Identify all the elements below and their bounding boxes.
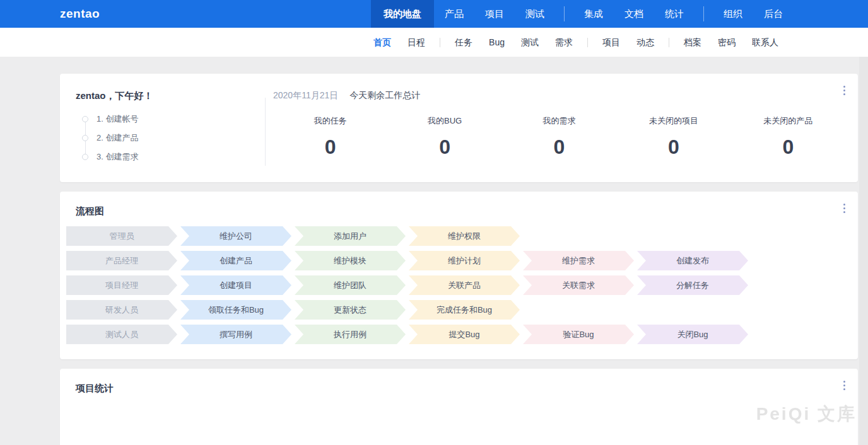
flow-step-更新状态[interactable]: 更新状态 <box>295 300 406 320</box>
subnav-item-日程[interactable]: 日程 <box>399 28 433 57</box>
welcome-card: zentao，下午好！ 1. 创建帐号2. 创建产品3. 创建需求 2020年1… <box>60 74 858 182</box>
flow-row: 项目经理创建项目维护团队关联产品关联需求分解任务 <box>66 275 853 295</box>
flow-step-添加用户[interactable]: 添加用户 <box>295 226 406 246</box>
nav-item-测试[interactable]: 测试 <box>515 0 555 28</box>
stat-value: 0 <box>273 136 387 159</box>
flowchart-card: 流程图 管理员维护公司添加用户维护权限产品经理创建产品维护模块维护计划维护需求创… <box>60 192 858 359</box>
flow-step-领取任务和Bug[interactable]: 领取任务和Bug <box>180 300 291 320</box>
flow-step-完成任务和Bug[interactable]: 完成任务和Bug <box>409 300 520 320</box>
welcome-card-more-icon[interactable] <box>841 83 848 98</box>
subnav-item-联系人[interactable]: 联系人 <box>744 28 787 57</box>
step-label: 1. 创建帐号 <box>97 113 138 125</box>
stat-value: 0 <box>502 136 616 159</box>
stat-label: 未关闭的项目 <box>616 115 730 127</box>
subnav-divider <box>587 38 588 47</box>
nav-item-产品[interactable]: 产品 <box>434 0 474 28</box>
flow-role-项目经理: 项目经理 <box>66 275 177 295</box>
flow-step-维护团队[interactable]: 维护团队 <box>295 275 406 295</box>
welcome-right: 2020年11月21日 今天剩余工作总计 我的任务0我的BUG0我的需求0未关闭… <box>266 90 858 170</box>
stat-value: 0 <box>387 136 501 159</box>
flow-row: 测试人员撰写用例执行用例提交Bug验证Bug关闭Bug <box>66 325 853 344</box>
flow-step-维护模块[interactable]: 维护模块 <box>295 251 406 270</box>
subnav-item-需求[interactable]: 需求 <box>547 28 581 57</box>
flow-step-创建产品[interactable]: 创建产品 <box>180 251 291 270</box>
flow-step-关闭Bug[interactable]: 关闭Bug <box>637 325 748 344</box>
onboarding-step-3[interactable]: 3. 创建需求 <box>82 147 265 166</box>
main-content: zentao，下午好！ 1. 创建帐号2. 创建产品3. 创建需求 2020年1… <box>60 74 858 445</box>
page-scrollbar[interactable] <box>859 57 868 445</box>
flow-row: 产品经理创建产品维护模块维护计划维护需求创建发布 <box>66 251 853 270</box>
project-stats-card-more-icon[interactable] <box>841 378 848 393</box>
nav-item-我的地盘[interactable]: 我的地盘 <box>371 0 434 28</box>
subnav-divider <box>440 38 440 47</box>
step-circle-icon <box>82 154 88 160</box>
subnav-item-Bug[interactable]: Bug <box>481 28 513 57</box>
onboarding-step-2[interactable]: 2. 创建产品 <box>82 129 265 147</box>
flow-step-维护公司[interactable]: 维护公司 <box>180 226 291 246</box>
sub-navbar: 首页日程任务Bug测试需求项目动态档案密码联系人 <box>0 28 868 57</box>
flow-step-提交Bug[interactable]: 提交Bug <box>409 325 520 344</box>
current-date: 2020年11月21日 <box>273 90 338 100</box>
flow-step-撰写用例[interactable]: 撰写用例 <box>180 325 291 344</box>
flow-step-验证Bug[interactable]: 验证Bug <box>523 325 634 344</box>
nav-item-文档[interactable]: 文档 <box>614 0 654 28</box>
project-stats-card: 项目统计 当前统计类型下暂无数据 <box>60 369 858 445</box>
subnav-item-首页[interactable]: 首页 <box>365 28 399 57</box>
flow-step-创建项目[interactable]: 创建项目 <box>180 275 291 295</box>
flow-step-分解任务[interactable]: 分解任务 <box>637 275 748 295</box>
subnav-item-动态[interactable]: 动态 <box>628 28 662 57</box>
flow-role-测试人员: 测试人员 <box>66 325 177 344</box>
stat-label: 我的需求 <box>502 115 616 127</box>
flow-step-维护需求[interactable]: 维护需求 <box>523 251 634 270</box>
step-circle-icon <box>82 135 88 141</box>
date-row: 2020年11月21日 今天剩余工作总计 <box>273 90 845 101</box>
nav-divider <box>703 6 704 21</box>
greeting-text: zentao，下午好！ <box>76 90 265 102</box>
flow-row: 研发人员领取任务和Bug更新状态完成任务和Bug <box>66 300 853 320</box>
stat-未关闭的产品[interactable]: 未关闭的产品0 <box>731 110 845 159</box>
project-stats-title: 项目统计 <box>60 380 858 395</box>
subnav-divider <box>669 38 669 47</box>
flow-rows: 管理员维护公司添加用户维护权限产品经理创建产品维护模块维护计划维护需求创建发布项… <box>60 217 858 344</box>
flowchart-title: 流程图 <box>60 203 858 217</box>
onboarding-steps: 1. 创建帐号2. 创建产品3. 创建需求 <box>82 110 265 166</box>
stat-未关闭的项目[interactable]: 未关闭的项目0 <box>616 110 730 159</box>
step-label: 2. 创建产品 <box>97 132 138 144</box>
nav-item-组织[interactable]: 组织 <box>713 0 753 28</box>
stat-我的任务[interactable]: 我的任务0 <box>273 110 387 159</box>
nav-divider <box>564 6 565 21</box>
nav-item-项目[interactable]: 项目 <box>474 0 515 28</box>
step-circle-icon <box>82 116 88 122</box>
stat-value: 0 <box>731 136 845 159</box>
flow-role-研发人员: 研发人员 <box>66 300 177 320</box>
subnav-item-项目[interactable]: 项目 <box>594 28 628 57</box>
subnav-item-密码[interactable]: 密码 <box>710 28 744 57</box>
subnav-item-档案[interactable]: 档案 <box>676 28 710 57</box>
flow-step-创建发布[interactable]: 创建发布 <box>637 251 748 270</box>
flow-step-执行用例[interactable]: 执行用例 <box>295 325 406 344</box>
step-label: 3. 创建需求 <box>97 151 138 163</box>
flowchart-card-more-icon[interactable] <box>841 201 848 216</box>
nav-item-集成[interactable]: 集成 <box>573 0 614 28</box>
welcome-left: zentao，下午好！ 1. 创建帐号2. 创建产品3. 创建需求 <box>60 90 265 170</box>
flow-step-维护权限[interactable]: 维护权限 <box>409 226 520 246</box>
flow-step-维护计划[interactable]: 维护计划 <box>409 251 520 270</box>
stat-label: 未关闭的产品 <box>731 115 845 127</box>
summary-label: 今天剩余工作总计 <box>349 90 420 100</box>
flow-role-产品经理: 产品经理 <box>66 251 177 270</box>
nav-item-后台[interactable]: 后台 <box>753 0 794 28</box>
today-stats: 我的任务0我的BUG0我的需求0未关闭的项目0未关闭的产品0 <box>273 110 845 159</box>
flow-role-管理员: 管理员 <box>66 226 177 246</box>
onboarding-step-1[interactable]: 1. 创建帐号 <box>82 110 265 129</box>
subnav-item-任务[interactable]: 任务 <box>447 28 481 57</box>
stat-我的BUG[interactable]: 我的BUG0 <box>387 110 501 159</box>
stat-label: 我的任务 <box>273 115 387 127</box>
subnav-item-测试[interactable]: 测试 <box>513 28 547 57</box>
flow-step-关联需求[interactable]: 关联需求 <box>523 275 634 295</box>
app-logo: zentao <box>60 0 100 28</box>
top-navbar: zentao 我的地盘产品项目测试集成文档统计组织后台 <box>0 0 868 28</box>
stat-我的需求[interactable]: 我的需求0 <box>502 110 616 159</box>
flow-row: 管理员维护公司添加用户维护权限 <box>66 226 853 246</box>
nav-item-统计[interactable]: 统计 <box>654 0 695 28</box>
flow-step-关联产品[interactable]: 关联产品 <box>409 275 520 295</box>
